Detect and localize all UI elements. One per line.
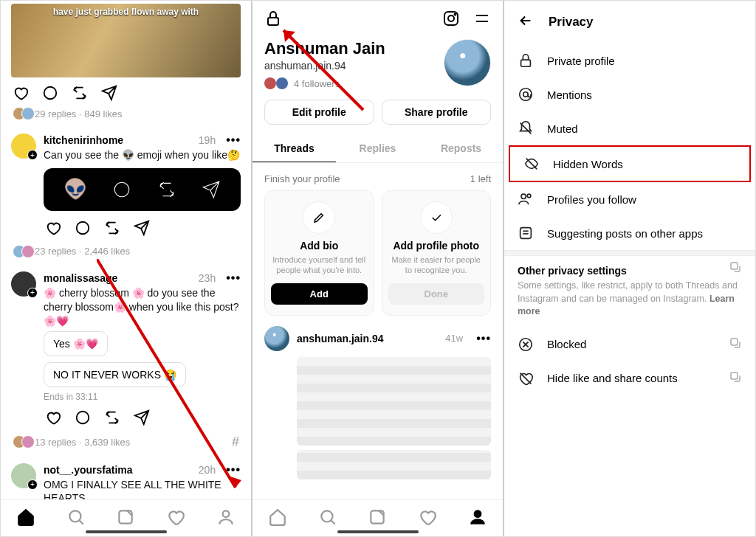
setting-profiles-follow[interactable]: Profiles you follow — [504, 182, 755, 216]
profile-photo[interactable] — [444, 39, 491, 86]
setting-muted[interactable]: Muted — [504, 111, 755, 145]
followers[interactable]: 4 followers — [264, 77, 385, 89]
avatar[interactable]: + — [11, 271, 36, 297]
tab-activity[interactable] — [166, 507, 185, 530]
like-icon[interactable] — [45, 220, 61, 239]
image-caption: have just grabbed flown away with — [11, 7, 241, 17]
tab-profile[interactable] — [216, 507, 236, 530]
svg-point-3 — [77, 411, 89, 423]
alien-icon: 👽 — [63, 178, 87, 201]
tab-reposts[interactable]: Reposts — [419, 135, 503, 162]
poll-option[interactable]: Yes 🌸💗 — [44, 331, 108, 356]
setting-blocked[interactable]: Blocked — [504, 328, 755, 361]
media-card[interactable]: 👽 — [44, 168, 241, 211]
svg-point-24 — [527, 194, 531, 198]
back-icon[interactable] — [518, 13, 534, 32]
more-icon[interactable]: ••• — [226, 134, 241, 147]
repliers-avatars[interactable] — [13, 107, 30, 120]
card-title: Add profile photo — [388, 240, 485, 252]
svg-point-2 — [77, 222, 89, 235]
svg-point-15 — [321, 510, 332, 522]
check-icon — [420, 201, 453, 234]
reply-username[interactable]: not__.yoursfatima — [44, 464, 133, 476]
like-icon[interactable] — [13, 85, 29, 104]
finish-profile-left: 1 left — [470, 173, 491, 184]
tab-profile[interactable] — [468, 507, 487, 530]
repost-icon[interactable] — [72, 85, 88, 104]
share-icon[interactable] — [134, 220, 150, 239]
setting-private-profile[interactable]: Private profile — [504, 44, 755, 77]
reply-text: 🌸 cherry blossom 🌸 do you see the cherry… — [44, 286, 241, 328]
setting-hidden-words[interactable]: Hidden Words — [510, 147, 749, 181]
svg-rect-30 — [731, 339, 738, 345]
svg-point-0 — [44, 87, 57, 100]
own-post[interactable]: anshuman.jain.94 41w ••• — [252, 316, 503, 479]
tab-search[interactable] — [318, 507, 337, 530]
repliers-avatars[interactable] — [13, 435, 30, 448]
reply-username[interactable]: kitchenirinhome — [44, 134, 123, 146]
share-icon[interactable] — [101, 85, 117, 104]
lock-icon[interactable] — [264, 10, 282, 30]
avatar[interactable]: + — [11, 463, 36, 488]
follow-plus-icon[interactable]: + — [27, 150, 38, 160]
tab-activity[interactable] — [418, 507, 437, 530]
svg-point-6 — [223, 510, 230, 517]
avatar[interactable] — [264, 326, 289, 351]
setting-mentions[interactable]: Mentions — [504, 77, 755, 111]
tab-home[interactable] — [16, 507, 35, 530]
reply-text: Can you see the 👽 emoji when you like🤔 — [44, 148, 241, 162]
svg-rect-20 — [521, 60, 531, 66]
profile-handle: anshuman.jain.94 — [264, 60, 385, 72]
pencil-icon — [303, 201, 335, 234]
reply-icon[interactable] — [42, 85, 58, 104]
hashtag-icon[interactable]: # — [232, 434, 239, 450]
edit-profile-button[interactable]: Edit profile — [264, 100, 374, 125]
setting-label: Mentions — [547, 89, 592, 101]
tab-search[interactable] — [66, 507, 86, 530]
post-meta[interactable]: 13 replies · 3,639 likes — [35, 437, 130, 448]
follow-plus-icon[interactable]: + — [27, 479, 38, 490]
tab-replies[interactable]: Replies — [336, 135, 419, 162]
share-icon[interactable] — [134, 409, 150, 429]
tab-home[interactable] — [268, 507, 287, 530]
feed-pane: have just grabbed flown away with 29 rep… — [1, 1, 251, 536]
setting-label: Profiles you follow — [547, 193, 636, 206]
like-icon[interactable] — [45, 409, 61, 429]
share-profile-button[interactable]: Share profile — [382, 100, 492, 125]
reply-item[interactable]: + monalissasage 23h ••• 🌸 cherry blossom… — [11, 266, 241, 434]
reply-username[interactable]: monalissasage — [44, 272, 117, 284]
repost-icon[interactable] — [104, 409, 120, 429]
setting-hide-counts[interactable]: Hide like and share counts — [504, 361, 755, 395]
setting-label: Private profile — [547, 55, 615, 67]
repost-icon[interactable] — [104, 220, 120, 239]
tab-compose[interactable] — [368, 507, 387, 530]
avatar[interactable]: + — [11, 134, 36, 159]
menu-icon[interactable] — [473, 10, 491, 30]
poll-option[interactable]: NO IT NEVER WORKS 😭 — [44, 362, 186, 387]
tab-threads[interactable]: Threads — [252, 135, 336, 162]
post-meta[interactable]: 29 replies · 849 likes — [35, 108, 123, 119]
more-icon[interactable]: ••• — [226, 271, 241, 285]
post-username[interactable]: anshuman.jain.94 — [297, 333, 383, 344]
setting-suggest-posts[interactable]: Suggesting posts on other apps — [504, 216, 755, 250]
reply-item[interactable]: + kitchenirinhome 19h ••• Can you see th… — [11, 128, 241, 245]
post-time: 41w — [445, 333, 463, 344]
other-privacy-section[interactable]: Other privacy settings Some settings, li… — [504, 256, 755, 328]
home-indicator — [337, 530, 419, 533]
external-icon — [729, 370, 742, 386]
instagram-icon[interactable] — [442, 10, 460, 30]
profile-pane: Anshuman Jain anshuman.jain.94 4 followe… — [252, 1, 503, 536]
add-bio-button[interactable]: Add — [271, 283, 368, 305]
follow-plus-icon[interactable]: + — [27, 288, 38, 298]
post-meta[interactable]: 23 replies · 2,446 likes — [35, 246, 130, 257]
reply-time: 23h — [199, 272, 216, 284]
repliers-avatars[interactable] — [13, 245, 30, 258]
reply-item[interactable]: + not__.yoursfatima 20h ••• OMG I FINALL… — [11, 457, 241, 499]
more-icon[interactable]: ••• — [226, 463, 241, 477]
more-icon[interactable]: ••• — [476, 332, 491, 345]
reply-icon[interactable] — [75, 220, 91, 239]
reply-icon[interactable] — [75, 409, 91, 429]
tab-compose[interactable] — [116, 507, 135, 530]
post-image[interactable]: have just grabbed flown away with — [11, 4, 241, 77]
svg-rect-9 — [268, 18, 278, 25]
